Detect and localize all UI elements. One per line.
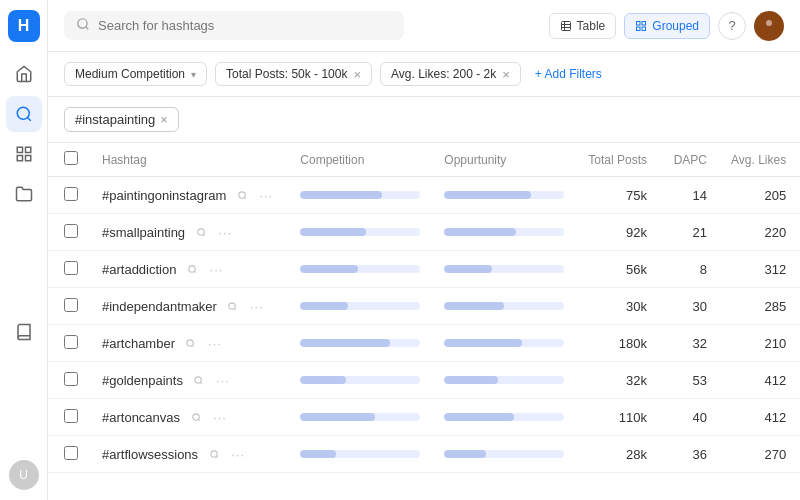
- more-row-icon-1[interactable]: ···: [215, 222, 235, 242]
- row-checkbox-6[interactable]: [64, 409, 78, 423]
- more-row-icon-2[interactable]: ···: [206, 259, 226, 279]
- competition-bar-fill-1: [300, 228, 366, 236]
- table-view-button[interactable]: Table: [549, 13, 617, 39]
- svg-line-20: [202, 233, 204, 235]
- row-checkbox-4[interactable]: [64, 335, 78, 349]
- svg-rect-8: [561, 21, 570, 30]
- row-icons-5: ···: [189, 370, 233, 390]
- avg-likes-close-icon[interactable]: ×: [502, 68, 510, 81]
- user-avatar-sidebar[interactable]: U: [9, 460, 39, 490]
- row-checkbox-cell[interactable]: [48, 288, 90, 325]
- dapc-cell-2: 8: [659, 251, 719, 288]
- dapc-cell-4: 32: [659, 325, 719, 362]
- search-row-icon-6[interactable]: [186, 407, 206, 427]
- row-checkbox-5[interactable]: [64, 372, 78, 386]
- row-checkbox-7[interactable]: [64, 446, 78, 460]
- total-posts-cell-5: 32k: [576, 362, 659, 399]
- sidebar-item-book[interactable]: [6, 314, 42, 350]
- row-checkbox-cell[interactable]: [48, 362, 90, 399]
- row-checkbox-1[interactable]: [64, 224, 78, 238]
- svg-rect-14: [637, 27, 641, 31]
- sidebar-item-home[interactable]: [6, 56, 42, 92]
- select-all-header[interactable]: [48, 143, 90, 177]
- avg-likes-filter[interactable]: Avg. Likes: 200 - 2k ×: [380, 62, 521, 86]
- more-row-icon-7[interactable]: ···: [228, 444, 248, 464]
- table-row: #paintingoninstagram ··· 75k: [48, 177, 800, 214]
- grouped-view-button[interactable]: Grouped: [624, 13, 710, 39]
- row-checkbox-2[interactable]: [64, 261, 78, 275]
- search-row-icon-7[interactable]: [204, 444, 224, 464]
- total-posts-cell-2: 56k: [576, 251, 659, 288]
- more-row-icon-6[interactable]: ···: [210, 407, 230, 427]
- user-avatar-top[interactable]: [754, 11, 784, 41]
- search-row-icon-3[interactable]: [223, 296, 243, 316]
- total-posts-filter[interactable]: Total Posts: 50k - 100k ×: [215, 62, 372, 86]
- competition-bar-fill-3: [300, 302, 348, 310]
- search-row-icon-5[interactable]: [189, 370, 209, 390]
- add-filters-button[interactable]: + Add Filters: [529, 63, 608, 85]
- tag-instapainting[interactable]: #instapainting ×: [64, 107, 179, 132]
- search-row-icon-4[interactable]: [181, 333, 201, 353]
- row-checkbox-cell[interactable]: [48, 177, 90, 214]
- competition-bar-fill-5: [300, 376, 346, 384]
- search-row-icon-2[interactable]: [182, 259, 202, 279]
- search-row-icon-0[interactable]: [232, 185, 252, 205]
- sidebar-item-folder[interactable]: [6, 176, 42, 212]
- more-row-icon-4[interactable]: ···: [205, 333, 225, 353]
- svg-rect-3: [25, 147, 30, 152]
- row-checkbox-cell[interactable]: [48, 399, 90, 436]
- total-posts-cell-3: 30k: [576, 288, 659, 325]
- topbar: Table Grouped ?: [48, 0, 800, 52]
- sidebar-item-grid[interactable]: [6, 136, 42, 172]
- svg-line-26: [192, 344, 194, 346]
- competition-filter-label: Medium Competition: [75, 67, 185, 81]
- avg-likes-cell-4: 210: [719, 325, 800, 362]
- row-checkbox-cell[interactable]: [48, 436, 90, 473]
- more-row-icon-3[interactable]: ···: [247, 296, 267, 316]
- main-content: Table Grouped ? Medium Competition ▾ Tot…: [48, 0, 800, 500]
- grouped-view-label: Grouped: [652, 19, 699, 33]
- row-checkbox-cell[interactable]: [48, 214, 90, 251]
- app-logo[interactable]: H: [8, 10, 40, 42]
- svg-point-16: [766, 20, 772, 26]
- table-row: #smallpainting ··· 92k 21: [48, 214, 800, 251]
- opportunity-bar-fill-0: [444, 191, 530, 199]
- row-icons-6: ···: [186, 407, 230, 427]
- hashtag-table-area: Hashtag Competition Oppurtunity Total Po…: [48, 143, 800, 500]
- tag-close-icon[interactable]: ×: [160, 112, 168, 127]
- help-button[interactable]: ?: [718, 12, 746, 40]
- more-row-icon-5[interactable]: ···: [213, 370, 233, 390]
- competition-cell-7: [288, 436, 432, 473]
- competition-cell-1: [288, 214, 432, 251]
- select-all-checkbox[interactable]: [64, 151, 78, 165]
- row-icons-1: ···: [191, 222, 235, 242]
- opportunity-cell-5: [432, 362, 576, 399]
- sidebar-item-search[interactable]: [6, 96, 42, 132]
- total-posts-cell-0: 75k: [576, 177, 659, 214]
- row-checkbox-cell[interactable]: [48, 251, 90, 288]
- total-posts-cell-1: 92k: [576, 214, 659, 251]
- svg-rect-12: [637, 21, 641, 25]
- hashtag-name-7: #artflowsessions: [102, 447, 198, 462]
- more-row-icon-0[interactable]: ···: [256, 185, 276, 205]
- hashtag-cell-6: #artoncanvas ···: [90, 399, 288, 436]
- opportunity-bar-fill-4: [444, 339, 522, 347]
- row-checkbox-0[interactable]: [64, 187, 78, 201]
- search-box[interactable]: [64, 11, 404, 40]
- dapc-cell-3: 30: [659, 288, 719, 325]
- competition-filter[interactable]: Medium Competition ▾: [64, 62, 207, 86]
- competition-bar-6: [300, 413, 420, 421]
- sidebar: H U: [0, 0, 48, 500]
- dapc-cell-5: 53: [659, 362, 719, 399]
- competition-cell-3: [288, 288, 432, 325]
- row-checkbox-3[interactable]: [64, 298, 78, 312]
- row-icons-2: ···: [182, 259, 226, 279]
- search-row-icon-1[interactable]: [191, 222, 211, 242]
- svg-rect-13: [642, 21, 646, 25]
- row-checkbox-cell[interactable]: [48, 325, 90, 362]
- competition-bar-4: [300, 339, 420, 347]
- competition-bar-0: [300, 191, 420, 199]
- total-posts-close-icon[interactable]: ×: [353, 68, 361, 81]
- competition-bar-fill-4: [300, 339, 390, 347]
- search-input[interactable]: [98, 18, 392, 33]
